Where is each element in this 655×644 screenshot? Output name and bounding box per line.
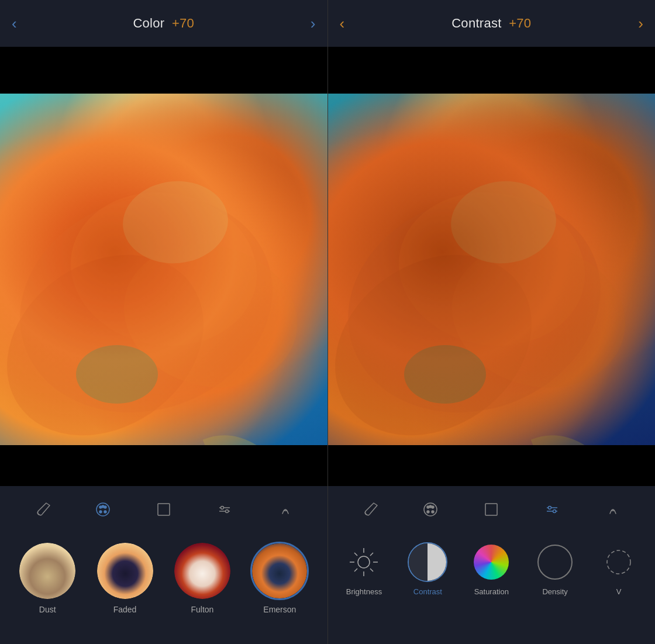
svg-point-32 bbox=[549, 507, 551, 509]
left-toolbar bbox=[0, 486, 328, 533]
right-nav-next[interactable]: › bbox=[626, 9, 655, 39]
svg-line-39 bbox=[354, 553, 357, 556]
left-canvas-icon[interactable] bbox=[151, 497, 177, 522]
svg-point-33 bbox=[553, 510, 556, 513]
right-image-area bbox=[328, 94, 656, 445]
svg-point-43 bbox=[607, 550, 630, 574]
left-panel: ‹ Color +70 › bbox=[0, 0, 328, 644]
right-nav-prev[interactable]: ‹ bbox=[328, 9, 357, 39]
right-bottom-panel: Brightness Contrast Saturation bbox=[328, 533, 656, 644]
contrast-label: Contrast bbox=[413, 587, 442, 596]
adjust-contrast[interactable]: Contrast bbox=[397, 542, 458, 596]
left-image-area bbox=[0, 94, 328, 445]
left-nav-next[interactable]: › bbox=[299, 9, 328, 39]
right-header: ‹ Contrast +70 › bbox=[328, 0, 656, 47]
adjust-density[interactable]: Density bbox=[525, 542, 585, 596]
saturation-icon bbox=[471, 542, 512, 583]
filter-emerson-thumb bbox=[250, 542, 309, 600]
adjust-saturation[interactable]: Saturation bbox=[461, 542, 522, 596]
svg-point-10 bbox=[104, 511, 106, 513]
left-title: Color +70 bbox=[133, 16, 194, 31]
filter-dust-thumb bbox=[18, 542, 77, 600]
brightness-label: Brightness bbox=[346, 587, 382, 596]
v-icon bbox=[598, 542, 639, 583]
right-text-icon[interactable] bbox=[600, 497, 626, 522]
adjust-row: Brightness Contrast Saturation bbox=[328, 533, 656, 599]
left-nav-prev[interactable]: ‹ bbox=[0, 9, 29, 39]
v-label: V bbox=[616, 587, 622, 596]
svg-line-41 bbox=[370, 553, 373, 556]
svg-point-26 bbox=[427, 511, 429, 513]
adjust-brightness[interactable]: Brightness bbox=[334, 542, 395, 596]
left-flower-image bbox=[0, 94, 328, 445]
density-icon bbox=[535, 542, 575, 583]
svg-rect-29 bbox=[485, 504, 497, 515]
left-text-icon[interactable] bbox=[273, 497, 298, 522]
left-bottom-panel: Dust Faded Fulton Emers bbox=[0, 533, 328, 644]
svg-point-9 bbox=[99, 511, 102, 513]
adjust-v[interactable]: V bbox=[588, 542, 649, 596]
filter-fulton-label: Fulton bbox=[191, 605, 213, 614]
svg-point-11 bbox=[102, 505, 104, 508]
left-palette-icon[interactable] bbox=[90, 497, 116, 522]
svg-point-22 bbox=[404, 345, 486, 404]
svg-point-28 bbox=[429, 505, 432, 508]
density-label: Density bbox=[542, 587, 567, 596]
right-black-bar-bottom bbox=[328, 445, 656, 486]
right-canvas-icon[interactable] bbox=[478, 497, 504, 522]
left-adjustments-icon[interactable] bbox=[212, 497, 237, 522]
svg-rect-12 bbox=[158, 504, 170, 515]
svg-point-27 bbox=[432, 511, 434, 513]
right-title: Contrast +70 bbox=[451, 16, 531, 31]
left-flower-overlay bbox=[0, 94, 328, 445]
svg-point-15 bbox=[220, 507, 223, 509]
saturation-label: Saturation bbox=[474, 587, 509, 596]
right-toolbar bbox=[328, 486, 656, 533]
filter-emerson[interactable]: Emerson bbox=[250, 542, 309, 614]
svg-point-34 bbox=[358, 556, 370, 568]
filter-faded[interactable]: Faded bbox=[96, 542, 154, 614]
left-header: ‹ Color +70 › bbox=[0, 0, 328, 47]
svg-line-42 bbox=[354, 569, 357, 571]
svg-line-40 bbox=[370, 569, 373, 571]
svg-point-5 bbox=[76, 345, 158, 404]
right-palette-icon[interactable] bbox=[418, 497, 443, 522]
left-black-bar-top bbox=[0, 47, 328, 94]
filter-emerson-label: Emerson bbox=[263, 605, 296, 614]
right-panel: ‹ Contrast +70 › bbox=[328, 0, 656, 644]
left-black-bar-bottom bbox=[0, 445, 328, 486]
right-brush-icon[interactable] bbox=[357, 497, 382, 522]
right-flower-overlay bbox=[328, 94, 656, 445]
contrast-icon bbox=[407, 542, 448, 583]
right-flower-image bbox=[328, 94, 656, 445]
filter-dust[interactable]: Dust bbox=[18, 542, 77, 614]
brightness-icon bbox=[343, 542, 384, 583]
filter-faded-label: Faded bbox=[113, 605, 137, 614]
filter-faded-thumb bbox=[96, 542, 154, 600]
filter-fulton[interactable]: Fulton bbox=[173, 542, 232, 614]
left-brush-icon[interactable] bbox=[29, 497, 55, 522]
filter-fulton-thumb bbox=[173, 542, 232, 600]
right-adjustments-icon[interactable] bbox=[539, 497, 565, 522]
filter-dust-label: Dust bbox=[39, 605, 56, 614]
filter-row: Dust Faded Fulton Emers bbox=[0, 533, 328, 617]
svg-point-16 bbox=[225, 510, 228, 513]
right-black-bar-top bbox=[328, 47, 656, 94]
